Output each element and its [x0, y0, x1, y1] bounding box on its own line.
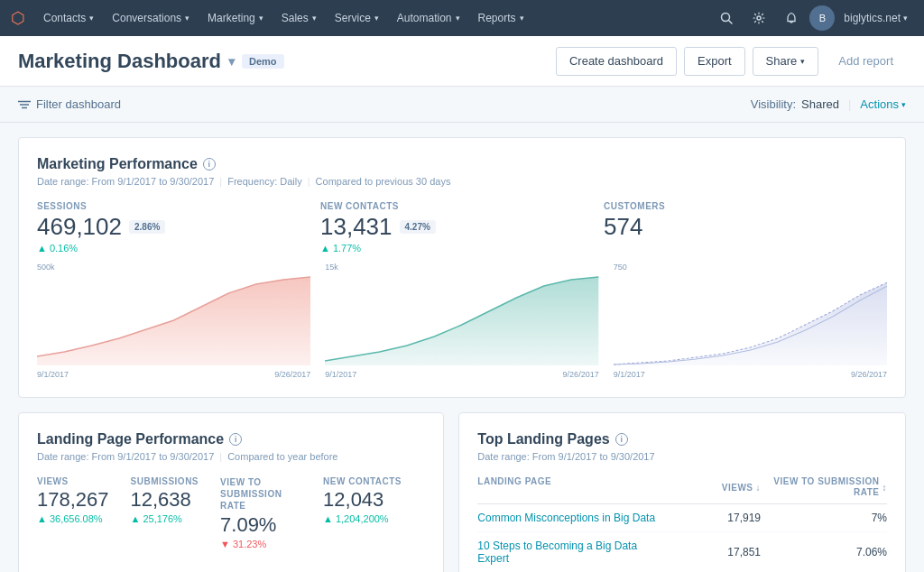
customers-chart: 750 9/1/2017 9/26/2017 [614, 263, 887, 379]
svg-marker-8 [614, 282, 887, 365]
actions-button[interactable]: Actions ▾ [860, 97, 906, 111]
top-lp-subtitle: Date range: From 9/1/2017 to 9/30/2017 [477, 451, 887, 462]
new-contacts-chart: 15k 9/1/2017 9/26/2017 [325, 263, 598, 379]
hubspot-logo: ⬡ [11, 8, 25, 28]
notifications-icon[interactable] [777, 4, 806, 32]
nav-conversations[interactable]: Conversations ▾ [103, 0, 199, 36]
nav-reports[interactable]: Reports ▾ [469, 0, 533, 36]
top-navigation: ⬡ Contacts ▾ Conversations ▾ Marketing ▾… [0, 0, 924, 36]
marketing-performance-title: Marketing Performance i [37, 156, 887, 172]
marketing-performance-subtitle: Date range: From 9/1/2017 to 9/30/2017 |… [37, 176, 887, 187]
lp-metrics-row: VIEWS 178,267 ▲ 36,656.08% SUBMISSIONS 1… [37, 476, 425, 549]
col-views[interactable]: VIEWS ↓ [670, 476, 761, 498]
create-dashboard-button[interactable]: Create dashboard [556, 47, 677, 76]
settings-icon[interactable] [744, 4, 773, 32]
page-title: Marketing Dashboard [18, 50, 221, 73]
lp-metric-views: VIEWS 178,267 ▲ 36,656.08% [37, 476, 109, 549]
header-actions: Create dashboard Export Share ▾ Add repo… [556, 47, 906, 76]
new-contacts-change: ▲ 1.77% [320, 243, 586, 254]
sort-icon: ↕ [882, 483, 888, 493]
top-landing-pages-card: Top Landing Pages i Date range: From 9/1… [458, 412, 906, 572]
marketing-performance-card: Marketing Performance i Date range: From… [18, 137, 906, 398]
metric-new-contacts: NEW CONTACTS 13,431 4.27% ▲ 1.77% [320, 201, 604, 254]
nav-sales[interactable]: Sales ▾ [273, 0, 326, 36]
lp-metric-new-contacts: NEW CONTACTS 12,043 ▲ 1,204,200% [323, 476, 402, 549]
avatar[interactable]: B [809, 5, 835, 31]
chevron-down-icon: ▾ [259, 14, 263, 23]
sessions-chart: 500k 9/1/2017 9/26/2017 [37, 263, 310, 379]
metric-customers: CUSTOMERS 574 [604, 201, 887, 254]
filter-dashboard-button[interactable]: Filter dashboard [18, 97, 121, 111]
filter-visibility: Visibility: Shared | Actions ▾ [751, 97, 906, 111]
lp-metric-submissions: SUBMISSIONS 12,638 ▲ 25,176% [131, 476, 199, 549]
top-lp-table: LANDING PAGE VIEWS ↓ VIEW TO SUBMISSION … [477, 476, 887, 572]
up-arrow-icon: ▲ [320, 243, 330, 254]
landing-page-link[interactable]: 10 Steps to Becoming a Big Data Expert [477, 540, 670, 565]
chevron-down-icon: ▾ [903, 14, 908, 23]
chevron-down-icon: ▾ [374, 14, 379, 23]
svg-point-2 [757, 16, 761, 20]
landing-page-link[interactable]: Common Misconceptions in Big Data [477, 512, 670, 524]
dashboard-title-group: Marketing Dashboard ▾ Demo [18, 50, 284, 73]
chevron-down-icon: ▾ [312, 14, 317, 23]
lp-performance-subtitle: Date range: From 9/1/2017 to 9/30/2017 |… [37, 451, 425, 462]
svg-line-1 [729, 21, 733, 24]
dropdown-icon[interactable]: ▾ [228, 54, 235, 69]
lp-performance-title: Landing Page Performance i [37, 431, 425, 447]
chevron-down-icon: ▾ [800, 57, 805, 66]
table-row: 10 Steps to Becoming a Big Data Expert 1… [477, 532, 887, 572]
landing-page-performance-card: Landing Page Performance i Date range: F… [18, 412, 444, 572]
table-row: Common Misconceptions in Big Data 17,919… [477, 504, 887, 532]
account-menu[interactable]: biglytics.net ▾ [838, 12, 913, 24]
table-header: LANDING PAGE VIEWS ↓ VIEW TO SUBMISSION … [477, 476, 887, 504]
chevron-down-icon: ▾ [456, 14, 460, 23]
metrics-row: SESSIONS 469,102 2.86% ▲ 0.16% NEW CONTA… [37, 201, 887, 254]
filter-bar: Filter dashboard Visibility: Shared | Ac… [0, 87, 924, 123]
info-icon[interactable]: i [615, 433, 628, 446]
nav-marketing[interactable]: Marketing ▾ [199, 0, 273, 36]
visibility-value: Shared [801, 97, 839, 111]
charts-row: 500k 9/1/2017 9/26/2017 [37, 263, 887, 379]
top-lp-title: Top Landing Pages i [477, 431, 887, 447]
col-landing-page: LANDING PAGE [477, 476, 670, 498]
up-arrow-icon: ▲ [323, 513, 333, 524]
share-button[interactable]: Share ▾ [753, 47, 819, 76]
up-arrow-icon: ▲ [37, 513, 47, 524]
main-content: Marketing Performance i Date range: From… [0, 123, 924, 572]
info-icon[interactable]: i [229, 433, 242, 446]
svg-marker-7 [325, 277, 598, 365]
up-arrow-icon: ▲ [131, 513, 141, 524]
header-bar: Marketing Dashboard ▾ Demo Create dashbo… [0, 36, 924, 87]
search-icon[interactable] [712, 4, 741, 32]
add-report-button[interactable]: Add report [826, 47, 906, 76]
sessions-change: ▲ 0.16% [37, 243, 302, 254]
chevron-down-icon: ▾ [89, 14, 94, 23]
svg-marker-6 [37, 277, 310, 365]
bottom-row: Landing Page Performance i Date range: F… [18, 412, 906, 572]
down-arrow-icon: ▼ [220, 539, 230, 549]
demo-badge: Demo [242, 54, 284, 69]
metric-sessions: SESSIONS 469,102 2.86% ▲ 0.16% [37, 201, 320, 254]
nav-contacts[interactable]: Contacts ▾ [34, 0, 103, 36]
visibility-label: Visibility: [751, 97, 796, 111]
lp-metric-vts-rate: VIEW TO SUBMISSION RATE 7.09% ▼ 31.23% [220, 476, 301, 549]
col-vts-rate[interactable]: VIEW TO SUBMISSION RATE ↕ [761, 476, 887, 498]
chevron-down-icon: ▾ [520, 14, 524, 23]
chevron-down-icon: ▾ [185, 14, 189, 23]
filter-label: Filter dashboard [36, 97, 121, 111]
up-arrow-icon: ▲ [37, 243, 47, 254]
nav-service[interactable]: Service ▾ [326, 0, 388, 36]
nav-automation[interactable]: Automation ▾ [388, 0, 469, 36]
export-button[interactable]: Export [684, 47, 745, 76]
info-icon[interactable]: i [203, 158, 216, 171]
chevron-down-icon: ▾ [901, 100, 906, 109]
